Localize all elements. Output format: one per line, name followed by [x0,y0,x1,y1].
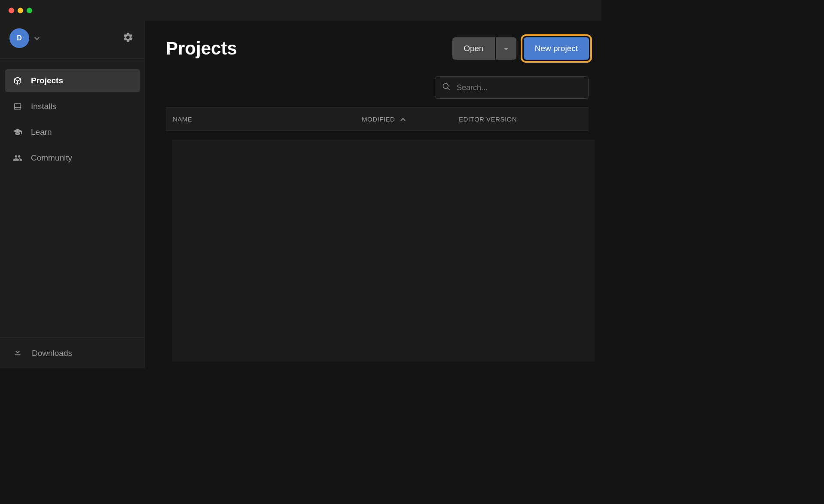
sidebar-item-label: Community [31,153,72,163]
main-content: Projects Open New [145,21,601,368]
sidebar-header: D [0,21,145,59]
page-title: Projects [166,38,237,59]
avatar: D [9,28,29,48]
gear-icon [122,32,134,45]
search-box[interactable] [435,76,589,99]
maximize-window-button[interactable] [27,8,32,13]
sidebar-item-learn[interactable]: Learn [5,121,140,144]
graduation-icon [13,128,22,137]
svg-point-0 [443,84,449,89]
window-titlebar [0,0,601,21]
sidebar-item-installs[interactable]: Installs [5,95,140,118]
search-row [145,63,601,107]
open-button-group: Open [452,37,516,60]
cube-icon [13,76,22,85]
sort-asc-icon [400,115,406,123]
sidebar-item-community[interactable]: Community [5,146,140,170]
column-header-modified[interactable]: MODIFIED [362,108,459,131]
new-project-button[interactable]: New project [524,37,589,60]
search-input[interactable] [457,83,581,92]
chevron-down-icon [34,34,40,42]
settings-button[interactable] [121,31,135,45]
sidebar-item-downloads[interactable]: Downloads [0,337,145,368]
sidebar-nav: Projects Installs Learn Community [0,59,145,337]
sidebar-item-label: Projects [31,76,63,85]
table-body-empty [172,140,595,361]
sidebar-item-projects[interactable]: Projects [5,69,140,92]
main-header: Projects Open New [145,21,601,63]
column-label: MODIFIED [362,115,395,123]
search-icon [442,82,451,93]
open-button[interactable]: Open [452,37,494,60]
caret-down-icon [504,44,509,53]
open-dropdown-button[interactable] [496,37,516,60]
projects-table: NAME MODIFIED EDITOR VERSION [145,107,601,368]
account-switcher[interactable]: D [9,28,40,48]
open-button-label: Open [464,44,483,53]
minimize-window-button[interactable] [18,8,23,13]
column-label: NAME [173,115,192,123]
column-label: EDITOR VERSION [459,115,517,123]
sidebar: D Projects [0,21,145,368]
download-icon [13,347,22,359]
new-project-highlight: New project [521,34,592,63]
people-icon [13,153,22,163]
drive-icon [13,102,22,111]
sidebar-item-label: Learn [31,128,52,137]
column-header-name[interactable]: NAME [173,108,362,131]
sidebar-item-label: Installs [31,102,56,111]
table-header-row: NAME MODIFIED EDITOR VERSION [166,107,589,131]
close-window-button[interactable] [9,8,14,13]
svg-line-1 [448,88,450,90]
downloads-label: Downloads [32,349,72,358]
column-header-editor-version[interactable]: EDITOR VERSION [459,108,582,131]
avatar-initial: D [17,34,22,42]
new-project-label: New project [535,44,578,53]
header-actions: Open New project [452,34,592,63]
